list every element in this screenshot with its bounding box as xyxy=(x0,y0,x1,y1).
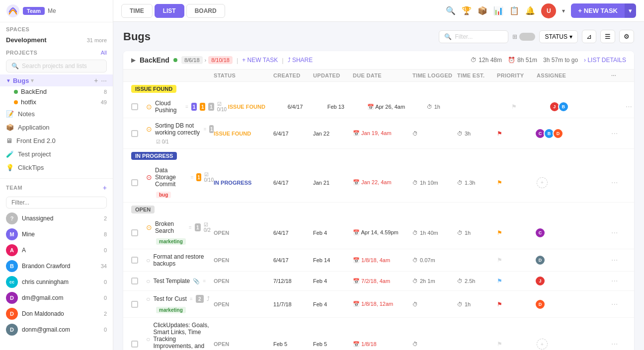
member-donm[interactable]: D donm@gmail.com 0 xyxy=(0,322,113,338)
overflow-menu[interactable]: ··· xyxy=(626,102,634,111)
overflow-menu[interactable]: ··· xyxy=(611,228,626,237)
table-row[interactable]: ○ ClickUpdates: Goals, Smart Links, Time… xyxy=(123,318,634,350)
settings-icon[interactable]: ▾ xyxy=(562,7,565,14)
notes-nav-item[interactable]: 📝Notes xyxy=(0,107,113,121)
share-link[interactable]: ⤴ SHARE xyxy=(288,57,313,64)
task-status: OPEN xyxy=(214,278,273,284)
frontend-nav-item[interactable]: 🖥Front End 2.0 xyxy=(0,134,113,147)
task-name-cell: ○ Test Template 📎 = xyxy=(146,277,214,285)
clicktips-nav-item[interactable]: 💡ClickTips xyxy=(0,161,113,174)
bugs-add-btn[interactable]: + xyxy=(94,76,98,84)
toggle-switch[interactable] xyxy=(519,33,535,41)
team-filter-input[interactable] xyxy=(6,197,107,209)
table-row[interactable]: ○ Test for Cust = 2 ⤴ marketing OPEN 11/… xyxy=(123,291,634,318)
overflow-menu[interactable]: ··· xyxy=(611,300,626,309)
trophy-icon[interactable]: 🏆 xyxy=(462,6,472,15)
dev-space-item[interactable]: Development 31 more xyxy=(0,34,113,46)
add-task-link[interactable]: + NEW TASK xyxy=(242,57,278,64)
bugs-project-item[interactable]: ▼ Bugs ▾ + ··· xyxy=(0,74,113,86)
member-a[interactable]: A A 0 xyxy=(0,242,113,258)
box-icon[interactable]: 📦 xyxy=(478,6,487,15)
collapse-icon[interactable]: ▶ xyxy=(131,57,136,64)
projects-search[interactable]: 🔍 Search projects and lists xyxy=(6,60,107,72)
settings-gear-btn[interactable]: ⚙ xyxy=(619,30,634,43)
assignee-avatar: D xyxy=(553,128,564,139)
overflow-menu[interactable]: ··· xyxy=(611,129,626,138)
time-logged: ⏱ xyxy=(412,341,457,347)
task-checkbox[interactable] xyxy=(131,278,138,284)
new-task-btn[interactable]: + NEW TASK xyxy=(571,3,625,18)
bugs-down-icon: ▾ xyxy=(31,77,34,84)
task-label[interactable]: Test for Cust xyxy=(153,295,186,302)
assignee-group: + xyxy=(537,177,611,188)
test-icon: 🧪 xyxy=(6,150,14,158)
task-status: ISSUE FOUND xyxy=(228,103,288,110)
table-row[interactable]: ○ Format and restore backups OPEN 6/4/17… xyxy=(123,249,634,272)
table-row[interactable]: ⊙ Data Storage Commit = 1 ☑ 0/10 bug IN … xyxy=(123,163,634,203)
time-est: ⏱ 1h xyxy=(457,230,497,236)
member-name: chris cunningham xyxy=(22,279,69,285)
task-checkbox[interactable] xyxy=(131,229,138,236)
hotfix-project[interactable]: hotfix 49 xyxy=(0,97,113,107)
filter-btn[interactable]: ⊿ xyxy=(582,30,596,43)
task-label[interactable]: ClickUpdates: Goals, Smart Links, Time T… xyxy=(153,322,214,350)
task-label[interactable]: Broken Search xyxy=(155,220,186,234)
task-checkbox[interactable] xyxy=(131,179,138,186)
chart-icon[interactable]: 📊 xyxy=(493,6,503,15)
table-row[interactable]: ○ Test Template 📎 = OPEN 7/12/18 Feb 4 📅… xyxy=(123,272,634,291)
priority: ⚑ xyxy=(511,103,551,110)
task-checkbox[interactable] xyxy=(131,341,138,348)
list-tab[interactable]: LIST xyxy=(155,4,184,18)
created-date: 6/4/17 xyxy=(273,131,313,137)
overflow-menu[interactable]: ··· xyxy=(611,340,626,349)
status-filter-btn[interactable]: STATUS ▾ xyxy=(539,30,578,43)
bell-icon[interactable]: 🔔 xyxy=(525,6,535,15)
me-link[interactable]: Me xyxy=(48,7,56,14)
task-checkbox[interactable] xyxy=(131,103,138,110)
projects-all-link[interactable]: All xyxy=(101,50,107,56)
due-date: 📅 7/2/18, 4am xyxy=(353,278,412,284)
task-label[interactable]: Sorting DB not working correctly xyxy=(155,122,201,136)
member-brandon[interactable]: B Brandon Crawford 34 xyxy=(0,258,113,274)
team-badge[interactable]: Team xyxy=(23,7,45,15)
subtask-info: ☑ 0/10 xyxy=(204,172,214,183)
filter-main-input[interactable]: 🔍 Filter... xyxy=(439,30,508,43)
table-row[interactable]: ⊙ Cloud Pushing = 1 1 1 ☑ 0/10 ISSUE FOU… xyxy=(123,96,634,118)
view-toggle-btn[interactable]: ☰ xyxy=(600,30,615,43)
backend-list-name: BackEnd xyxy=(140,56,169,64)
member-don[interactable]: D Don Maldonado 2 xyxy=(0,306,113,322)
member-dm[interactable]: D dm@gmail.com 0 xyxy=(0,290,113,306)
task-checkbox[interactable] xyxy=(131,257,138,264)
task-label[interactable]: Cloud Pushing xyxy=(155,100,182,114)
bugs-more-btn[interactable]: ··· xyxy=(101,76,107,84)
task-label[interactable]: Format and restore backups xyxy=(153,253,214,267)
task-checkbox[interactable] xyxy=(131,130,138,137)
chevron-down-icon: ▾ xyxy=(569,33,572,40)
application-nav-item[interactable]: 📦Application xyxy=(0,121,113,134)
member-unassigned[interactable]: ? Unassigned 2 xyxy=(0,210,113,226)
table-icon[interactable]: 📋 xyxy=(509,6,519,15)
task-label[interactable]: Data Storage Commit xyxy=(155,167,188,188)
clock-icon: ⏱ xyxy=(412,257,418,263)
team-add-btn[interactable]: + xyxy=(103,184,107,192)
backend-project[interactable]: BackEnd 8 xyxy=(0,86,113,97)
list-details-link[interactable]: › LIST DETAILS xyxy=(584,57,626,64)
attachment-icon: 📎 xyxy=(193,278,200,284)
user-avatar[interactable]: U xyxy=(541,3,556,18)
overflow-menu[interactable]: ··· xyxy=(611,256,626,265)
created-date: 6/4/17 xyxy=(288,104,327,110)
test-project-nav-item[interactable]: 🧪Test project xyxy=(0,147,113,161)
table-row[interactable]: ⊙ Sorting DB not working correctly = 1 ☑… xyxy=(123,118,634,149)
col-overflow: ··· xyxy=(611,72,626,78)
board-tab[interactable]: BOARD xyxy=(186,4,225,18)
search-icon[interactable]: 🔍 xyxy=(446,6,456,15)
time-tab[interactable]: TIME xyxy=(121,4,153,18)
task-checkbox[interactable] xyxy=(131,301,138,308)
new-task-dropdown-btn[interactable]: ▾ xyxy=(625,3,636,18)
overflow-menu[interactable]: ··· xyxy=(611,277,626,285)
table-row[interactable]: ⊙ Broken Search = 1 ☑ 0/2 marketing OPEN… xyxy=(123,216,634,249)
member-chris[interactable]: cc chris cunningham 0 xyxy=(0,274,113,290)
task-label[interactable]: Test Template xyxy=(153,278,190,284)
member-mine[interactable]: M Mine 8 xyxy=(0,226,113,242)
overflow-menu[interactable]: ··· xyxy=(611,178,626,187)
